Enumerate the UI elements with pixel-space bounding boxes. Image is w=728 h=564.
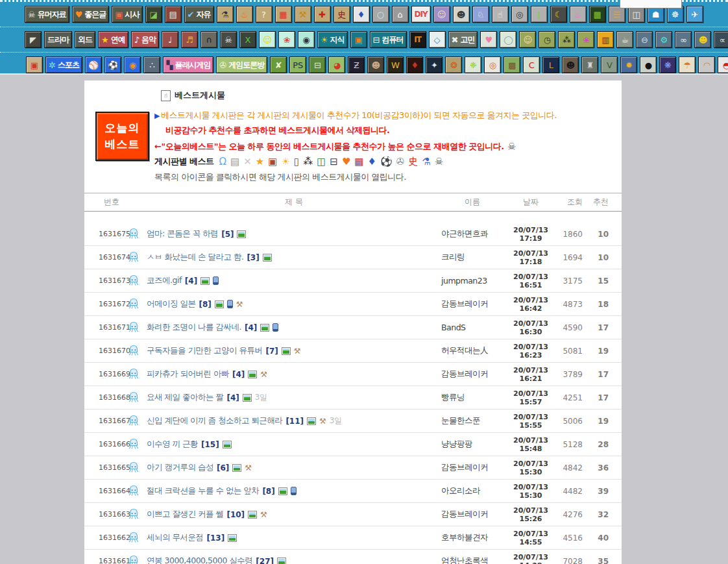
music-button[interactable]: ♪ 음악 <box>131 31 159 48</box>
fridge-board-icon[interactable]: ▯ <box>294 157 299 167</box>
author-name[interactable]: 빵류닝 <box>441 392 504 403</box>
it-button[interactable]: IT <box>409 31 426 48</box>
humor-squid-icon[interactable] <box>127 344 147 358</box>
couple-icon[interactable]: ♥ <box>480 31 497 48</box>
post-title-link[interactable]: 이쁘고 잘생긴 커플 쎌 <box>147 509 223 520</box>
author-name[interactable]: 야근하면흐콰 <box>441 228 504 239</box>
author-name[interactable]: 엄청난초록색 <box>441 556 504 564</box>
pony-icon[interactable]: ♘ <box>472 6 489 23</box>
star-board-icon[interactable]: ★ <box>256 157 264 167</box>
boy-face-icon[interactable]: ☻ <box>453 6 470 23</box>
science-flask-icon[interactable]: ⚗ <box>217 6 234 23</box>
overwatch-icon[interactable]: ◠ <box>698 56 715 73</box>
xbox-icon[interactable]: ✘ <box>270 56 287 73</box>
humor-button[interactable]: ☠ 유머자료 <box>25 6 69 23</box>
notepad-board-icon[interactable]: ▤ <box>230 157 239 167</box>
computer-button[interactable]: ⊟ 컴퓨터 <box>370 31 407 48</box>
skull-icon[interactable]: ☠ <box>220 31 237 48</box>
author-name[interactable]: 냥냥팡팡 <box>441 439 504 450</box>
soccer-board-icon[interactable]: ⚽ <box>380 157 393 167</box>
post-title-link[interactable]: ㅅㅂ 화났는데 손 달라고 함. <box>147 252 243 263</box>
anime-girl-icon[interactable]: ☺ <box>433 6 450 23</box>
hearthstone-icon[interactable]: ✹ <box>620 56 637 73</box>
humor-squid-icon[interactable] <box>127 484 147 498</box>
humor-squid-icon[interactable] <box>127 321 147 334</box>
wedding-ring-icon[interactable]: ◯ <box>500 31 516 48</box>
tie-board-icon[interactable]: ♦ <box>368 157 376 167</box>
author-name[interactable]: 감동브레이커 <box>441 369 504 380</box>
v-badge-icon[interactable]: V <box>601 56 618 73</box>
flask-board-icon[interactable]: ⚗ <box>422 157 430 167</box>
post-title-link[interactable]: 피카츄가 되어버린 아빠 <box>147 369 229 380</box>
mirror-icon[interactable]: ○ <box>372 6 389 23</box>
suit-tie-icon[interactable]: ♦ <box>353 6 370 23</box>
author-name[interactable]: 감동브레이커 <box>441 462 504 473</box>
book-board-icon[interactable]: ◫ <box>317 157 326 167</box>
paw-icon[interactable]: ⁂ <box>558 31 575 48</box>
humor-squid-icon[interactable] <box>127 554 147 564</box>
stock-chart-icon[interactable]: ◪ <box>145 6 162 23</box>
humor-squid-icon[interactable] <box>127 251 147 264</box>
book-icon[interactable]: ◫ <box>628 6 645 23</box>
code-icon[interactable]: ◇ <box>429 31 446 48</box>
art-grid-icon[interactable]: ▦ <box>275 6 292 23</box>
worry-button[interactable]: ✖ 고민 <box>448 31 478 48</box>
history-icon[interactable]: 史 <box>334 6 350 23</box>
fishing-icon[interactable]: ∝ <box>714 31 728 48</box>
post-title-link[interactable]: 화려한 조명이 나를 감싸네. <box>147 322 241 333</box>
diablo-icon[interactable]: ♦ <box>406 56 423 73</box>
thumbs-up-icon[interactable]: ☝ <box>492 6 509 23</box>
chick-icon[interactable]: ☺ <box>259 31 276 48</box>
monitor-board-icon[interactable]: ⊟ <box>330 157 338 167</box>
wow-icon[interactable]: W <box>387 56 404 73</box>
nds-icon[interactable]: ⊟ <box>309 56 326 73</box>
post-title-link[interactable]: 어메이징 일본 <box>147 299 195 310</box>
flower-icon[interactable]: ❀ <box>577 31 594 48</box>
baduk-icon[interactable]: ∴ <box>143 56 160 73</box>
maple-icon[interactable]: ☂ <box>679 56 696 73</box>
foreign-drama-button[interactable]: 외드 <box>75 31 95 48</box>
motorcycle-icon[interactable]: ⚙ <box>655 31 672 48</box>
shopping-cart-icon[interactable]: ☸ <box>667 6 684 23</box>
author-name[interactable]: 크리링 <box>441 252 504 263</box>
author-name[interactable]: 허우적대는人 <box>441 345 504 356</box>
c-game-icon[interactable]: C <box>523 56 540 73</box>
bag-icon[interactable]: ☗ <box>648 6 664 23</box>
bicycle-icon[interactable]: ∞ <box>675 31 692 48</box>
newspaper-icon[interactable]: ▤ <box>165 6 182 23</box>
x-files-icon[interactable]: Χ <box>239 31 256 48</box>
soda-icon[interactable]: ❙ <box>531 6 548 23</box>
author-name[interactable]: 감동브레이커 <box>441 299 504 310</box>
medical-cross-icon[interactable]: ✚ <box>314 6 331 23</box>
world-of-tanks-icon[interactable]: ♜ <box>581 56 598 73</box>
hots-icon[interactable]: ❋ <box>659 56 676 73</box>
humor-squid-icon[interactable] <box>127 461 147 474</box>
post-title-link[interactable]: 연봉 3000,4000,5000 실수령 <box>147 556 252 564</box>
humor-squid-icon[interactable] <box>127 531 147 545</box>
home-icon[interactable]: ⌂ <box>392 6 409 23</box>
heart-board-icon[interactable]: ♥ <box>342 157 350 167</box>
minecraft-icon[interactable]: ▩ <box>504 56 520 73</box>
post-title-link[interactable]: 신입 계단에 이끼 좀 청소하고 퇴근해라 <box>147 415 282 426</box>
free-board-button[interactable]: ✔ 자유 <box>184 6 214 23</box>
humor-squid-icon[interactable] <box>127 508 147 521</box>
abacus-icon[interactable]: ☰ <box>609 6 625 23</box>
baseball-icon[interactable]: ⚾ <box>85 56 102 73</box>
controller-board-icon[interactable]: ✇ <box>396 157 405 167</box>
headphones-icon[interactable]: ∩ <box>200 31 217 48</box>
post-title-link[interactable]: 절대 크락션을 누를 수 없는 앞차 <box>147 485 259 497</box>
x-board-icon[interactable]: ✕ <box>243 157 252 167</box>
z-game-icon[interactable]: Ƶ <box>348 56 365 73</box>
soccer-icon[interactable]: ⚽ <box>104 56 121 73</box>
history-board-icon[interactable]: 史 <box>408 157 418 167</box>
diy-button[interactable]: DIY <box>411 6 431 23</box>
ring-logo-icon[interactable]: ◎ <box>484 56 501 73</box>
green-x-icon[interactable]: ❈ <box>465 56 481 73</box>
moon-icon[interactable]: ☾ <box>550 6 567 23</box>
drama-button[interactable]: 드라마 <box>44 31 72 48</box>
humor-squid-icon[interactable] <box>127 297 147 311</box>
camera-icon[interactable]: ◉ <box>298 31 315 48</box>
post-title-link[interactable]: 아기 캥거루의 습성 <box>147 462 213 473</box>
playstation-icon[interactable]: PS <box>289 56 306 73</box>
todays-best-box[interactable]: 오늘의 베스트 <box>95 112 149 161</box>
